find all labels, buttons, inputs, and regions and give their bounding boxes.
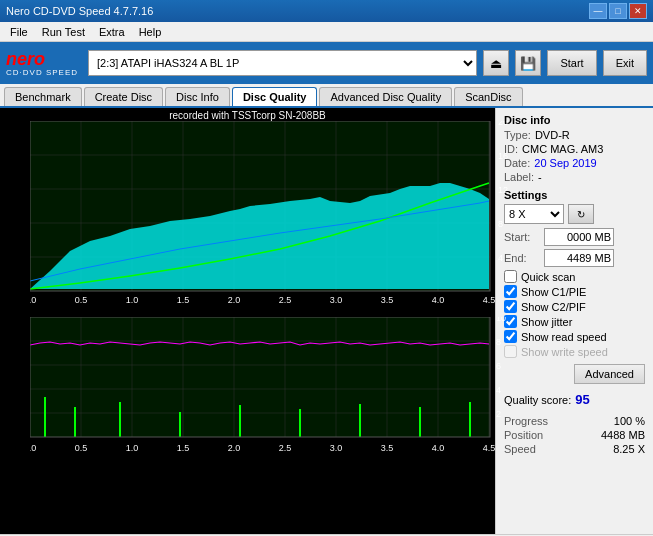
minimize-button[interactable]: — — [589, 3, 607, 19]
menu-extra[interactable]: Extra — [93, 25, 131, 39]
toolbar: nero CD·DVD SPEED [2:3] ATAPI iHAS324 A … — [0, 42, 653, 84]
svg-text:4.0: 4.0 — [432, 295, 445, 305]
svg-text:3.5: 3.5 — [381, 295, 394, 305]
show-c1pie-row: Show C1/PIE — [504, 285, 645, 298]
svg-text:0.5: 0.5 — [75, 443, 88, 453]
disc-id-row: ID: CMC MAG. AM3 — [504, 143, 645, 155]
svg-text:12: 12 — [498, 185, 508, 195]
show-c2pif-row: Show C2/PIF — [504, 300, 645, 313]
close-button[interactable]: ✕ — [629, 3, 647, 19]
progress-row: Progress 100 % — [504, 415, 645, 427]
svg-text:8: 8 — [496, 337, 501, 347]
position-row: Position 4488 MB — [504, 429, 645, 441]
settings-title: Settings — [504, 189, 645, 201]
svg-text:1.5: 1.5 — [177, 295, 190, 305]
svg-text:4: 4 — [496, 385, 501, 395]
svg-text:2.0: 2.0 — [228, 443, 241, 453]
show-write-speed-row: Show write speed — [504, 345, 645, 358]
main-content: recorded with TSSTcorp SN-208BB — [0, 108, 653, 534]
tab-advanced-disc-quality[interactable]: Advanced Disc Quality — [319, 87, 452, 106]
show-write-speed-label: Show write speed — [521, 346, 608, 358]
svg-text:2.5: 2.5 — [279, 443, 292, 453]
show-c1pie-label: Show C1/PIE — [521, 286, 586, 298]
svg-text:0.5: 0.5 — [75, 295, 88, 305]
disc-info-title: Disc info — [504, 114, 645, 126]
svg-text:8: 8 — [498, 219, 503, 229]
progress-value: 100 % — [614, 415, 645, 427]
date-value: 20 Sep 2019 — [534, 157, 596, 169]
type-value: DVD-R — [535, 129, 570, 141]
tab-create-disc[interactable]: Create Disc — [84, 87, 163, 106]
menu-help[interactable]: Help — [133, 25, 168, 39]
settings-section: Settings 8 X ↻ Start: End: Quick scan — [504, 189, 645, 358]
tab-scandisc[interactable]: ScanDisc — [454, 87, 522, 106]
nero-logo-text: nero — [6, 50, 45, 68]
end-field-row: End: — [504, 249, 645, 267]
tab-disc-quality[interactable]: Disc Quality — [232, 87, 318, 106]
logo: nero CD·DVD SPEED — [6, 50, 78, 77]
top-chart: 500 400 300 200 100 20 16 12 8 4 0.0 0.5… — [0, 121, 495, 311]
speed-row: 8 X ↻ — [504, 204, 645, 224]
start-field-row: Start: — [504, 228, 645, 246]
speed-row: Speed 8.25 X — [504, 443, 645, 455]
svg-text:3.5: 3.5 — [381, 443, 394, 453]
menu-file[interactable]: File — [4, 25, 34, 39]
eject-button[interactable]: ⏏ — [483, 50, 509, 76]
disc-label-value: - — [538, 171, 542, 183]
disc-date-row: Date: 20 Sep 2019 — [504, 157, 645, 169]
menubar: File Run Test Extra Help — [0, 22, 653, 42]
nero-logo-subtext: CD·DVD SPEED — [6, 68, 78, 77]
window-controls: — □ ✕ — [589, 3, 647, 19]
maximize-button[interactable]: □ — [609, 3, 627, 19]
end-field[interactable] — [544, 249, 614, 267]
chart-title: recorded with TSSTcorp SN-208BB — [0, 108, 495, 121]
menu-run-test[interactable]: Run Test — [36, 25, 91, 39]
bottom-chart: 10 8 6 4 2 10 8 6 4 2 0.0 0.5 1.0 1.5 2.… — [0, 317, 495, 462]
svg-text:2.0: 2.0 — [228, 295, 241, 305]
quality-value: 95 — [575, 392, 589, 407]
exit-button[interactable]: Exit — [603, 50, 647, 76]
start-button[interactable]: Start — [547, 50, 596, 76]
start-field[interactable] — [544, 228, 614, 246]
show-jitter-label: Show jitter — [521, 316, 572, 328]
svg-text:4.0: 4.0 — [432, 443, 445, 453]
show-jitter-row: Show jitter — [504, 315, 645, 328]
disc-label-row: Label: - — [504, 171, 645, 183]
id-value: CMC MAG. AM3 — [522, 143, 603, 155]
show-read-speed-row: Show read speed — [504, 330, 645, 343]
svg-text:2: 2 — [496, 409, 501, 419]
chart-area: recorded with TSSTcorp SN-208BB — [0, 108, 495, 534]
drive-select[interactable]: [2:3] ATAPI iHAS324 A BL 1P — [88, 50, 477, 76]
refresh-button[interactable]: ↻ — [568, 204, 594, 224]
svg-text:1.5: 1.5 — [177, 443, 190, 453]
progress-section: Progress 100 % Position 4488 MB Speed 8.… — [504, 415, 645, 455]
save-button[interactable]: 💾 — [515, 50, 541, 76]
svg-text:20: 20 — [498, 121, 508, 127]
disc-type-row: Type: DVD-R — [504, 129, 645, 141]
svg-text:0.0: 0.0 — [30, 443, 36, 453]
quick-scan-label: Quick scan — [521, 271, 575, 283]
tab-benchmark[interactable]: Benchmark — [4, 87, 82, 106]
svg-text:10: 10 — [496, 317, 506, 323]
svg-text:4.5: 4.5 — [483, 295, 496, 305]
svg-text:3.0: 3.0 — [330, 443, 343, 453]
svg-text:4: 4 — [498, 253, 503, 263]
quality-row: Quality score: 95 — [504, 392, 645, 407]
show-c2pif-label: Show C2/PIF — [521, 301, 586, 313]
svg-text:3.0: 3.0 — [330, 295, 343, 305]
show-read-speed-label: Show read speed — [521, 331, 607, 343]
svg-text:2.5: 2.5 — [279, 295, 292, 305]
svg-text:1.0: 1.0 — [126, 295, 139, 305]
titlebar: Nero CD-DVD Speed 4.7.7.16 — □ ✕ — [0, 0, 653, 22]
svg-text:4.5: 4.5 — [483, 443, 496, 453]
position-value: 4488 MB — [601, 429, 645, 441]
svg-text:0.0: 0.0 — [30, 295, 36, 305]
svg-text:16: 16 — [498, 151, 508, 161]
tab-disc-info[interactable]: Disc Info — [165, 87, 230, 106]
window-title: Nero CD-DVD Speed 4.7.7.16 — [6, 5, 153, 17]
svg-text:6: 6 — [496, 361, 501, 371]
quick-scan-row: Quick scan — [504, 270, 645, 283]
speed-value: 8.25 X — [613, 443, 645, 455]
advanced-button[interactable]: Advanced — [574, 364, 645, 384]
tabbar: Benchmark Create Disc Disc Info Disc Qua… — [0, 84, 653, 108]
